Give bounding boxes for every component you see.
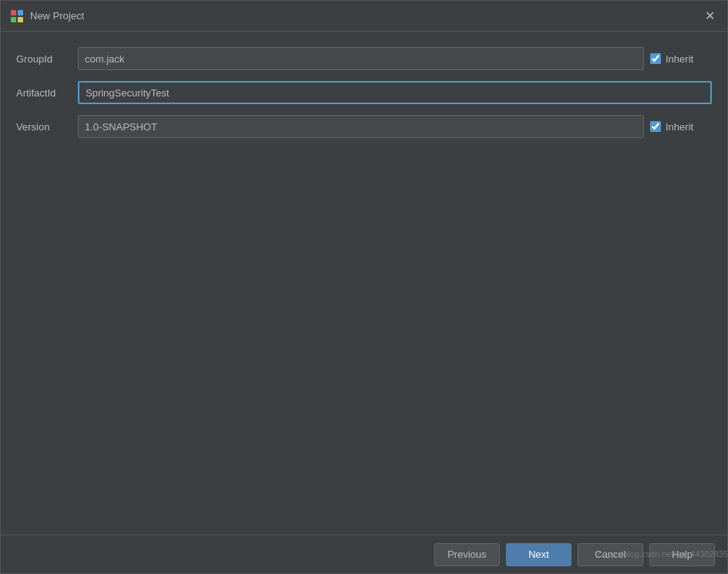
svg-rect-3 <box>18 17 23 22</box>
content-area: GroupId Inherit ArtifactId Version <box>1 32 727 535</box>
previous-button[interactable]: Previous <box>434 543 500 566</box>
svg-rect-1 <box>18 10 23 15</box>
version-inherit-label: Inherit <box>666 121 693 133</box>
close-button[interactable]: ✕ <box>701 8 718 25</box>
version-label: Version <box>16 121 78 133</box>
watermark: https://blog.csdn.net/qq_44302835 <box>598 549 728 559</box>
title-bar-left: New Project <box>10 9 84 23</box>
groupid-inherit-label: Inherit <box>666 53 693 65</box>
artifactid-label: ArtifactId <box>16 87 78 99</box>
groupid-input[interactable] <box>78 47 644 70</box>
svg-rect-2 <box>11 17 16 22</box>
app-icon <box>10 9 24 23</box>
next-button[interactable]: Next <box>506 543 571 566</box>
svg-rect-0 <box>11 10 16 15</box>
window: New Project ✕ GroupId Inherit ArtifactId <box>0 0 728 574</box>
artifactid-row: ArtifactId <box>16 81 712 104</box>
content-spacer <box>16 149 712 527</box>
version-inherit-checkbox[interactable] <box>650 121 661 132</box>
artifactid-input[interactable] <box>78 81 712 104</box>
version-input[interactable] <box>78 115 644 138</box>
groupid-input-container: Inherit <box>78 47 712 70</box>
groupid-label: GroupId <box>16 53 78 65</box>
artifactid-input-container <box>78 81 712 104</box>
version-inherit-container: Inherit <box>650 121 712 133</box>
version-row: Version Inherit <box>16 115 712 138</box>
groupid-row: GroupId Inherit <box>16 47 712 70</box>
title-bar: New Project ✕ <box>1 1 727 32</box>
version-input-container: Inherit <box>78 115 712 138</box>
groupid-inherit-container: Inherit <box>650 53 712 65</box>
window-title: New Project <box>30 10 84 22</box>
groupid-inherit-checkbox[interactable] <box>650 53 661 64</box>
